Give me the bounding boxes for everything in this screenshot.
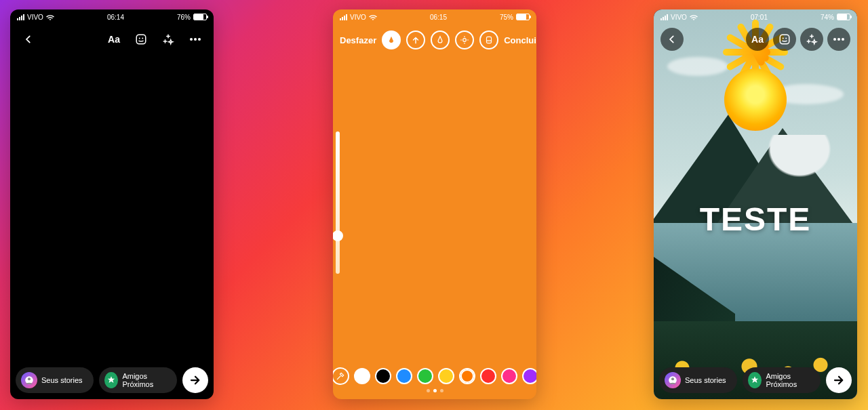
- eyedropper-icon: [336, 371, 345, 381]
- story-text-overlay[interactable]: TESTE: [654, 201, 857, 238]
- color-swatch-red[interactable]: [480, 368, 496, 384]
- svg-point-4: [194, 38, 197, 41]
- svg-rect-0: [136, 35, 146, 44]
- color-swatch-white[interactable]: [354, 368, 370, 384]
- sun-sticker[interactable]: [705, 49, 806, 150]
- phone-screenshot-3: TESTE VIVO 07:01 74% Aa: [654, 9, 857, 399]
- svg-rect-9: [487, 37, 492, 43]
- svg-point-15: [837, 38, 840, 41]
- color-palette: [333, 367, 536, 392]
- star-icon: [748, 372, 762, 388]
- neon-tool-button[interactable]: [455, 30, 474, 49]
- signal-icon: [340, 14, 347, 20]
- text-tool-button[interactable]: Aa: [102, 28, 125, 51]
- status-bar: VIVO 06:14 76%: [10, 9, 214, 24]
- story-toolbar: Aa: [654, 26, 857, 53]
- signal-icon: [660, 14, 668, 20]
- color-swatch-purple[interactable]: [522, 368, 537, 384]
- svg-point-13: [785, 38, 787, 39]
- svg-point-2: [142, 38, 143, 39]
- share-bar: Seus stories Amigos Próximos: [659, 367, 852, 394]
- ellipsis-icon: [833, 38, 844, 41]
- send-button[interactable]: [182, 367, 208, 393]
- status-bar: VIVO 07:01 74%: [654, 9, 857, 24]
- effects-button[interactable]: [800, 28, 823, 51]
- undo-button[interactable]: Desfazer: [340, 35, 376, 45]
- marker-tool-button[interactable]: [431, 30, 450, 49]
- text-tool-label: Aa: [108, 34, 120, 45]
- color-swatch-pink[interactable]: [501, 368, 517, 384]
- page-background: { "phones": { "p1": { "status": { "carri…: [0, 0, 868, 410]
- close-friends-button[interactable]: Amigos Próximos: [99, 367, 177, 393]
- story-canvas[interactable]: TESTE: [654, 9, 857, 399]
- battery-pct-label: 74%: [821, 14, 834, 21]
- phone-screenshot-1: VIVO 06:14 76% Aa Seus stories: [10, 9, 214, 399]
- arrow-right-icon: [189, 374, 201, 386]
- your-stories-label: Seus stories: [685, 376, 726, 384]
- close-friends-label: Amigos Próximos: [766, 372, 815, 388]
- arrow-tool-button[interactable]: [406, 30, 425, 49]
- your-stories-button[interactable]: Seus stories: [16, 367, 94, 393]
- arrow-up-icon: [411, 35, 420, 45]
- slider-thumb[interactable]: [333, 230, 343, 241]
- svg-point-5: [198, 38, 201, 41]
- carrier-label: VIVO: [27, 14, 43, 21]
- wifi-icon: [369, 14, 377, 20]
- brush-size-slider[interactable]: [336, 131, 340, 274]
- color-swatch-orange-selected[interactable]: [459, 368, 475, 384]
- clock-label: 06:14: [107, 14, 124, 21]
- avatar-ring-icon: [665, 372, 681, 388]
- svg-point-18: [671, 377, 674, 380]
- sparkle-icon: [162, 33, 174, 45]
- back-button[interactable]: [17, 28, 40, 51]
- your-stories-button[interactable]: Seus stories: [659, 367, 737, 393]
- battery-icon: [837, 14, 850, 20]
- close-friends-label: Amigos Próximos: [122, 372, 172, 388]
- back-button[interactable]: [660, 28, 684, 51]
- story-toolbar: Aa: [10, 26, 214, 53]
- more-button[interactable]: [827, 28, 850, 51]
- text-tool-button[interactable]: Aa: [746, 28, 769, 51]
- sticker-button[interactable]: [130, 28, 153, 51]
- color-swatch-black[interactable]: [375, 368, 391, 384]
- star-icon: [104, 372, 118, 388]
- svg-point-16: [842, 38, 844, 41]
- svg-point-12: [783, 38, 784, 39]
- battery-icon: [193, 14, 207, 20]
- avatar-ring-icon: [21, 372, 37, 388]
- pen-icon: [387, 35, 396, 45]
- wifi-icon: [46, 14, 54, 20]
- carrier-label: VIVO: [671, 14, 687, 21]
- svg-rect-11: [780, 35, 789, 44]
- color-swatch-green[interactable]: [417, 368, 433, 384]
- color-swatch-yellow[interactable]: [438, 368, 454, 384]
- phone-screenshot-2: VIVO 06:15 75% Desfazer Concluir: [333, 9, 536, 399]
- effects-button[interactable]: [157, 28, 180, 51]
- color-swatch-blue[interactable]: [396, 368, 412, 384]
- done-button[interactable]: Concluir: [504, 35, 536, 45]
- battery-icon: [516, 14, 530, 20]
- palette-page-dots: [427, 389, 443, 392]
- svg-point-8: [463, 39, 467, 42]
- sticker-button[interactable]: [773, 28, 796, 51]
- ellipsis-icon: [190, 38, 201, 41]
- eraser-tool-button[interactable]: [479, 30, 498, 49]
- text-tool-label: Aa: [751, 34, 764, 45]
- svg-point-1: [139, 38, 140, 39]
- eyedropper-button[interactable]: [333, 367, 349, 385]
- chevron-left-icon: [24, 35, 33, 44]
- clock-label: 06:15: [430, 14, 447, 21]
- more-button[interactable]: [184, 28, 207, 51]
- status-bar: VIVO 06:15 75%: [333, 9, 536, 24]
- svg-point-14: [833, 38, 836, 41]
- draw-toolbar: Desfazer Concluir: [333, 26, 536, 54]
- sparkle-icon: [806, 33, 818, 45]
- carrier-label: VIVO: [350, 14, 366, 21]
- send-button[interactable]: [826, 367, 852, 393]
- svg-point-3: [190, 38, 193, 41]
- pen-tool-button[interactable]: [382, 30, 401, 49]
- marker-icon: [435, 35, 445, 45]
- close-friends-button[interactable]: Amigos Próximos: [743, 367, 821, 393]
- share-bar: Seus stories Amigos Próximos: [16, 367, 208, 394]
- sticker-icon: [778, 33, 791, 45]
